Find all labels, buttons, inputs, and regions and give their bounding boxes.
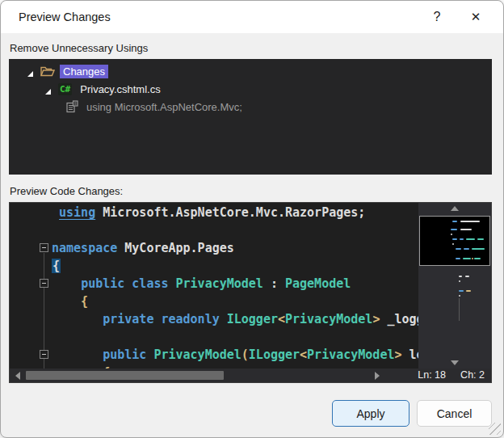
minimap-code-line — [456, 248, 461, 250]
minimap-code-line — [452, 243, 454, 245]
code-line: public PrivacyModel(ILogger<PrivacyModel… — [52, 346, 418, 364]
fold-collapse-icon[interactable] — [40, 279, 48, 288]
code-preview-panel: using Microsoft.AspNetCore.Mvc.RazorPage… — [9, 202, 492, 383]
change-document-icon — [65, 100, 78, 113]
minimap-code-line — [474, 258, 481, 259]
apply-button[interactable]: Apply — [332, 400, 410, 427]
tree-item-using-label[interactable]: using Microsoft.AspNetCore.Mvc; — [83, 100, 246, 114]
minimap-code-line — [460, 238, 464, 240]
expander-icon[interactable] — [44, 86, 52, 93]
fold-collapse-icon[interactable] — [40, 350, 48, 359]
csharp-file-icon: C# — [58, 83, 72, 95]
tree-item-using[interactable]: using Microsoft.AspNetCore.Mvc; — [9, 98, 492, 116]
changes-tree: Changes C# Privacy.cshtml.cs using Micro… — [9, 59, 492, 175]
horizontal-scrollbar[interactable]: Ln: 18 Ch: 2 — [10, 369, 491, 382]
status-line-number: Ln: 18 — [418, 369, 446, 382]
scroll-left-icon[interactable] — [11, 369, 24, 382]
dialog-title: Preview Changes — [19, 1, 111, 33]
code-editor[interactable]: using Microsoft.AspNetCore.Mvc.RazorPage… — [10, 203, 418, 369]
code-line: private readonly ILogger<PrivacyModel> _… — [52, 310, 418, 328]
help-button[interactable]: ? — [421, 1, 453, 33]
code-line: { — [52, 293, 88, 310]
minimap-code-line — [472, 248, 485, 250]
scrollbar-thumb[interactable] — [26, 371, 224, 380]
tree-item-file-label[interactable]: Privacy.cshtml.cs — [77, 82, 163, 96]
code-line: public class PrivacyModel : PageModel — [52, 275, 351, 293]
minimap-code-line — [472, 258, 473, 259]
title-bar: Preview Changes ? ✕ — [1, 1, 503, 33]
code-line: { — [52, 257, 61, 275]
minimap-code-line — [452, 221, 457, 222]
minimap-code-line — [466, 290, 471, 292]
minimap-code-line — [456, 258, 460, 259]
code-line: using Microsoft.AspNetCore.Mvc.RazorPage… — [52, 204, 365, 221]
minimap-code-line — [459, 295, 460, 297]
status-column-number: Ch: 2 — [460, 369, 485, 382]
folder-icon — [40, 65, 55, 78]
minimap-code-line — [460, 229, 472, 230]
code-line: namespace MyCoreApp.Pages — [52, 239, 234, 257]
minimap-scrollbar[interactable] — [418, 203, 491, 369]
minimap-code-line — [465, 276, 469, 277]
minimap-code-line — [460, 221, 480, 222]
minimap-code-line — [451, 229, 457, 230]
minimap-code-line — [477, 238, 484, 240]
scroll-up-icon[interactable] — [418, 203, 491, 214]
tree-item-file[interactable]: C# Privacy.cshtml.cs — [9, 80, 492, 98]
scroll-right-icon[interactable] — [371, 369, 384, 382]
minimap-code-line — [459, 276, 462, 277]
minimap-code-line — [463, 258, 471, 259]
minimap-code-line — [464, 248, 469, 250]
preview-changes-dialog: Preview Changes ? ✕ Remove Unnecessary U… — [0, 0, 504, 438]
tree-section-label: Remove Unnecessary Usings — [10, 42, 148, 54]
close-button[interactable]: ✕ — [460, 1, 492, 33]
minimap-code-line — [459, 290, 464, 292]
cancel-button[interactable]: Cancel — [417, 400, 492, 427]
expander-icon[interactable] — [27, 68, 34, 75]
code-section-label: Preview Code Changes: — [10, 185, 123, 197]
minimap-code-line — [452, 238, 457, 240]
minimap-code-line — [451, 234, 452, 235]
minimap-code-line — [466, 238, 475, 240]
minimap-code-line — [459, 280, 460, 282]
fold-collapse-icon[interactable] — [40, 243, 48, 252]
resize-grip-icon[interactable] — [489, 423, 501, 435]
tree-item-changes-label[interactable]: Changes — [60, 65, 108, 78]
tree-item-changes[interactable]: Changes — [9, 62, 492, 80]
minimap-indent-guide — [459, 298, 460, 321]
scroll-down-icon[interactable] — [418, 357, 491, 369]
